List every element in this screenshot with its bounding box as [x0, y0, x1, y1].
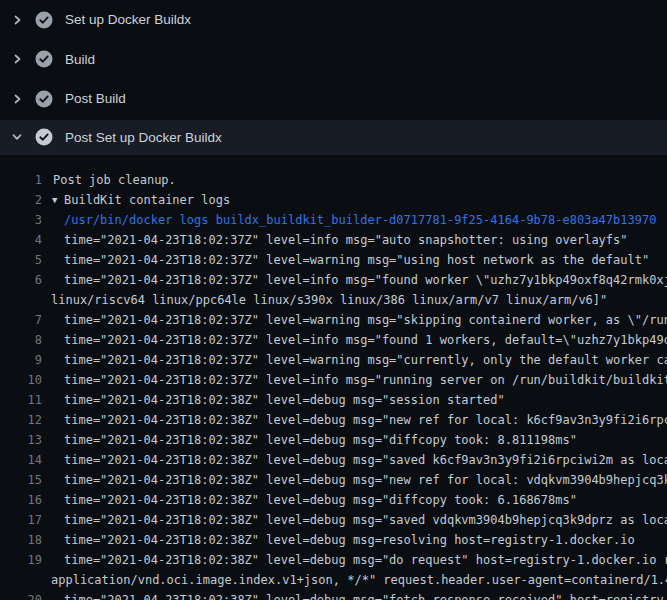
step-header-build[interactable]: Build [0, 40, 667, 80]
log-text: time="2021-04-23T18:02:37Z" level=info m… [64, 230, 628, 250]
log-text: time="2021-04-23T18:02:37Z" level=warnin… [64, 250, 649, 270]
log-text: time="2021-04-23T18:02:37Z" level=warnin… [64, 350, 667, 370]
log-text: time="2021-04-23T18:02:38Z" level=debug … [64, 410, 667, 430]
log-line-continuation: linux/riscv64 linux/ppc64le linux/s390x … [0, 290, 667, 310]
log-line: 7time="2021-04-23T18:02:37Z" level=warni… [0, 310, 667, 330]
log-text: time="2021-04-23T18:02:38Z" level=debug … [64, 590, 667, 600]
line-number[interactable]: 3 [0, 210, 42, 230]
log-text: time="2021-04-23T18:02:37Z" level=info m… [64, 370, 667, 390]
line-number[interactable]: 12 [0, 410, 42, 430]
log-line: 5time="2021-04-23T18:02:37Z" level=warni… [0, 250, 667, 270]
step-label: Post Build [65, 91, 126, 106]
log-line: 14time="2021-04-23T18:02:38Z" level=debu… [0, 450, 667, 470]
log-line: 20time="2021-04-23T18:02:38Z" level=debu… [0, 590, 667, 600]
step-header-post-setup-docker-buildx[interactable]: Post Set up Docker Buildx [0, 120, 667, 155]
step-list: Set up Docker Buildx Build Post Build [0, 0, 667, 155]
step-header-post-build[interactable]: Post Build [0, 79, 667, 119]
group-collapse-toggle-icon[interactable]: ▼ [52, 190, 57, 210]
log-text: time="2021-04-23T18:02:38Z" level=debug … [64, 430, 577, 450]
log-area: 1Post job cleanup.2▼BuildKit container l… [0, 155, 667, 600]
log-text: Post job cleanup. [53, 170, 176, 190]
line-number[interactable]: 17 [0, 510, 42, 530]
line-number[interactable]: 6 [0, 270, 42, 290]
log-line-continuation: application/vnd.oci.image.index.v1+json,… [0, 570, 667, 590]
log-text: time="2021-04-23T18:02:38Z" level=debug … [64, 470, 667, 490]
log-text: time="2021-04-23T18:02:38Z" level=debug … [64, 390, 505, 410]
line-number[interactable]: 13 [0, 430, 42, 450]
log-line: 12time="2021-04-23T18:02:38Z" level=debu… [0, 410, 667, 430]
check-circle-icon [35, 11, 53, 29]
line-number[interactable]: 7 [0, 310, 42, 330]
log-text: time="2021-04-23T18:02:38Z" level=debug … [64, 510, 667, 530]
log-text: time="2021-04-23T18:02:37Z" level=info m… [64, 330, 667, 350]
log-line: 11time="2021-04-23T18:02:38Z" level=debu… [0, 390, 667, 410]
log-text: application/vnd.oci.image.index.v1+json,… [51, 570, 667, 590]
line-number[interactable]: 4 [0, 230, 42, 250]
log-line: 18time="2021-04-23T18:02:38Z" level=debu… [0, 530, 667, 550]
log-line: 17time="2021-04-23T18:02:38Z" level=debu… [0, 510, 667, 530]
step-header-setup-docker-buildx[interactable]: Set up Docker Buildx [0, 0, 667, 40]
chevron-right-icon [11, 14, 23, 26]
chevron-right-icon [11, 53, 23, 65]
log-line: 2▼BuildKit container logs [0, 190, 667, 210]
check-circle-icon [35, 90, 53, 108]
line-number[interactable]: 5 [0, 250, 42, 270]
line-number[interactable]: 16 [0, 490, 42, 510]
line-number[interactable]: 10 [0, 370, 42, 390]
log-command-text: /usr/bin/docker logs buildx_buildkit_bui… [64, 210, 656, 230]
log-line: 13time="2021-04-23T18:02:38Z" level=debu… [0, 430, 667, 450]
log-text: BuildKit container logs [64, 190, 230, 210]
line-number[interactable]: 2 [0, 190, 42, 210]
line-number[interactable]: 20 [0, 590, 42, 600]
line-number[interactable]: 15 [0, 470, 42, 490]
log-line: 16time="2021-04-23T18:02:38Z" level=debu… [0, 490, 667, 510]
line-number[interactable]: 8 [0, 330, 42, 350]
log-text: time="2021-04-23T18:02:38Z" level=debug … [64, 550, 667, 570]
line-number[interactable]: 19 [0, 550, 42, 570]
log-line: 8time="2021-04-23T18:02:37Z" level=info … [0, 330, 667, 350]
log-text: time="2021-04-23T18:02:37Z" level=info m… [64, 270, 667, 290]
line-number[interactable]: 18 [0, 530, 42, 550]
log-line: 3/usr/bin/docker logs buildx_buildkit_bu… [0, 210, 667, 230]
chevron-right-icon [11, 93, 23, 105]
log-line: 1Post job cleanup. [0, 170, 667, 190]
step-label: Post Set up Docker Buildx [65, 130, 222, 145]
log-text: linux/riscv64 linux/ppc64le linux/s390x … [51, 290, 607, 310]
log-text: time="2021-04-23T18:02:38Z" level=debug … [64, 450, 667, 470]
log-text: time="2021-04-23T18:02:38Z" level=debug … [64, 530, 635, 550]
check-circle-icon [35, 128, 53, 146]
step-label: Set up Docker Buildx [65, 12, 191, 27]
log-text: time="2021-04-23T18:02:37Z" level=warnin… [64, 310, 667, 330]
log-line: 10time="2021-04-23T18:02:37Z" level=info… [0, 370, 667, 390]
line-number[interactable]: 11 [0, 390, 42, 410]
check-circle-icon [35, 50, 53, 68]
chevron-down-icon [11, 131, 23, 143]
log-text: time="2021-04-23T18:02:38Z" level=debug … [64, 490, 577, 510]
log-line: 4time="2021-04-23T18:02:37Z" level=info … [0, 230, 667, 250]
log-line: 6time="2021-04-23T18:02:37Z" level=info … [0, 270, 667, 290]
line-number[interactable]: 14 [0, 450, 42, 470]
line-number[interactable]: 1 [0, 170, 42, 190]
log-line: 19time="2021-04-23T18:02:38Z" level=debu… [0, 550, 667, 570]
log-line: 15time="2021-04-23T18:02:38Z" level=debu… [0, 470, 667, 490]
step-label: Build [65, 52, 95, 67]
line-number[interactable]: 9 [0, 350, 42, 370]
actions-log-viewer: Set up Docker Buildx Build Post Build [0, 0, 667, 600]
log-line: 9time="2021-04-23T18:02:37Z" level=warni… [0, 350, 667, 370]
